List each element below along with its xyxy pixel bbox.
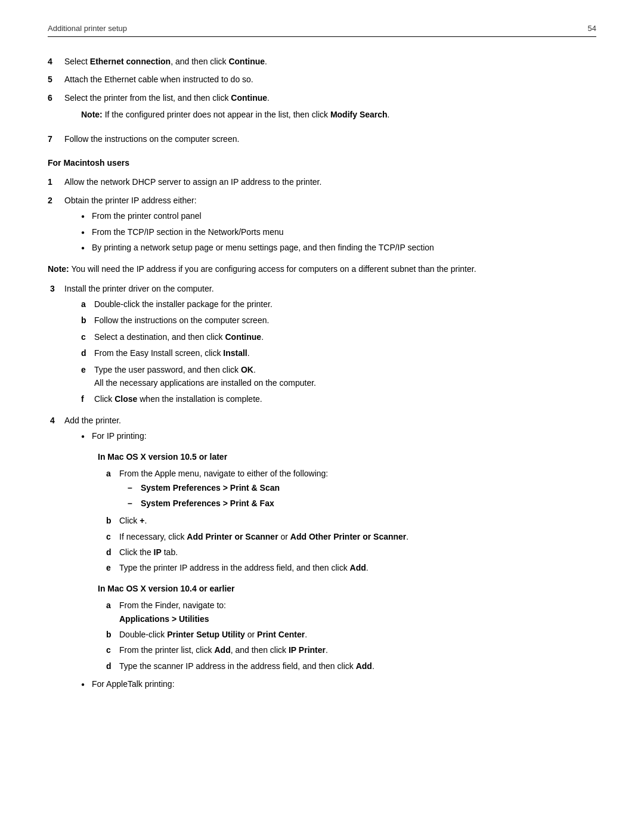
bullet-icon: ● [81,228,92,237]
mac-step-content-4: Add the printer. [64,416,121,425]
mac-step-number-4: 4 [48,414,64,427]
bullet-text: By printing a network setup page or menu… [92,241,596,254]
bullet-icon: ● [81,212,92,221]
alpha-content-a3: From the Finder, navigate to: Applicatio… [119,599,596,625]
note-full: Note: You will need the IP address if yo… [48,262,596,275]
step-number-4: 4 [48,55,64,68]
alpha-a: a Double-click the installer package for… [81,298,596,311]
alpha-label-c: c [81,330,94,343]
note-step-6: Note: If the configured printer does not… [81,108,596,121]
step-number-7: 7 [48,132,64,145]
alpha-label-b2: b [106,514,119,527]
dash-icon-1: – [128,481,141,494]
mac-105-alpha: a From the Apple menu, navigate to eithe… [106,467,596,575]
bullet-text-appletalk: For AppleTalk printing: [92,677,596,690]
bullet-item: ● By printing a network setup page or me… [81,241,596,254]
mac-step-number-2: 2 [48,194,64,207]
alpha-e: e Type the user password, and then click… [81,363,596,390]
alpha-content-c2: If necessary, click Add Printer or Scann… [119,530,596,543]
alpha-label-c3: c [106,643,119,657]
mac-step-content-3: Install the printer driver on the comput… [64,284,214,293]
alpha-content-a: Double-click the installer package for t… [94,298,596,311]
page-header: Additional printer setup 54 [48,24,596,37]
bullet-icon-appletalk: ● [81,680,92,689]
step-content-4: Select Ethernet connection, and then cli… [64,55,596,68]
dash-content-2: System Preferences > Print & Fax [141,497,274,510]
alpha-content-e: Type the user password, and then click O… [94,363,596,390]
alpha-content-f: Click Close when the installation is com… [94,392,596,405]
mac-104-alpha-b: b Double-click Printer Setup Utility or … [106,628,596,641]
bullet-text: From the TCP/IP section in the Network/P… [92,225,596,239]
mac-104-alpha: a From the Finder, navigate to: Applicat… [106,599,596,673]
alpha-label-c2: c [106,530,119,543]
alpha-content-a2: From the Apple menu, navigate to either … [119,467,596,512]
step-4: 4 Select Ethernet connection, and then c… [48,55,596,68]
dash-items: – System Preferences > Print & Scan – Sy… [128,481,596,510]
mac-step-number-1: 1 [48,175,64,188]
bullet-text: From the printer control panel [92,209,596,222]
alpha-d: d From the Easy Install screen, click In… [81,346,596,360]
mac-step-number-3: 3 [48,282,64,295]
mac-step-2: 2 Obtain the printer IP address either: … [48,194,596,257]
mac-105-alpha-e: e Type the printer IP address in the add… [106,561,596,574]
step-content-5: Attach the Ethernet cable when instructe… [64,73,596,86]
mac-105-alpha-c: c If necessary, click Add Printer or Sca… [106,530,596,543]
alpha-b: b Follow the instructions on the compute… [81,314,596,327]
mac-step-2-bullets: ● From the printer control panel ● From … [81,209,596,254]
alpha-c: c Select a destination, and then click C… [81,330,596,343]
mac-os-105-heading: In Mac OS X version 10.5 or later [98,450,596,463]
alpha-content-c3: From the printer list, click Add, and th… [119,643,596,657]
mac-step-4: 4 Add the printer. ● For IP printing: [48,414,596,693]
alpha-label-d: d [81,346,94,360]
page-content: 4 Select Ethernet connection, and then c… [48,55,596,693]
step-4-bullets: ● For IP printing: In Mac OS X version 1… [81,429,596,690]
dash-content-1: System Preferences > Print & Scan [141,481,280,494]
step-content-6: Select the printer from the list, and th… [64,93,270,103]
macintosh-heading: For Macintosh users [48,156,596,169]
mac-os-104-heading: In Mac OS X version 10.4 or earlier [98,582,596,595]
dash-item-2: – System Preferences > Print & Fax [128,497,596,510]
mac-105-alpha-b: b Click +. [106,514,596,527]
mac-step-content-1: Allow the network DHCP server to assign … [64,175,596,188]
alpha-label-e2: e [106,561,119,574]
step-5: 5 Attach the Ethernet cable when instruc… [48,73,596,86]
bullet-icon: ● [81,243,92,253]
alpha-label-a2: a [106,467,119,480]
alpha-label-b: b [81,314,94,327]
macintosh-steps-2: 3 Install the printer driver on the comp… [48,282,596,693]
step-number-6: 6 [48,91,64,104]
alpha-label-a: a [81,298,94,311]
alpha-label-d2: d [106,546,119,559]
mac-step-content-2: Obtain the printer IP address either: [64,196,197,205]
dash-item-1: – System Preferences > Print & Scan [128,481,596,494]
step-6: 6 Select the printer from the list, and … [48,91,596,128]
header-title: Additional printer setup [48,24,127,33]
alpha-content-b2: Click +. [119,514,596,527]
alpha-content-d2: Click the IP tab. [119,546,596,559]
step-3-alpha: a Double-click the installer package for… [81,298,596,406]
mac-104-alpha-c: c From the printer list, click Add, and … [106,643,596,657]
page: Additional printer setup 54 4 Select Eth… [0,0,644,833]
bullet-item: ● From the TCP/IP section in the Network… [81,225,596,239]
bullet-ip-printing: ● For IP printing: In Mac OS X version 1… [81,429,596,673]
macintosh-steps: 1 Allow the network DHCP server to assig… [48,175,596,256]
alpha-f: f Click Close when the installation is c… [81,392,596,405]
alpha-label-d3: d [106,659,119,673]
alpha-content-d3: Type the scanner IP address in the addre… [119,659,596,673]
bullet-appletalk: ● For AppleTalk printing: [81,677,596,690]
bullet-item: ● From the printer control panel [81,209,596,222]
alpha-content-b: Follow the instructions on the computer … [94,314,596,327]
alpha-content-d: From the Easy Install screen, click Inst… [94,346,596,360]
mac-104-alpha-d: d Type the scanner IP address in the add… [106,659,596,673]
bullet-icon: ● [81,432,92,441]
step-content-7: Follow the instructions on the computer … [64,132,596,145]
header-page-number: 54 [588,24,596,33]
mac-step-3: 3 Install the printer driver on the comp… [48,282,596,409]
steps-top: 4 Select Ethernet connection, and then c… [48,55,596,145]
alpha-content-c: Select a destination, and then click Con… [94,330,596,343]
mac-104-alpha-a: a From the Finder, navigate to: Applicat… [106,599,596,625]
mac-105-alpha-d: d Click the IP tab. [106,546,596,559]
mac-105-alpha-a: a From the Apple menu, navigate to eithe… [106,467,596,512]
step-7: 7 Follow the instructions on the compute… [48,132,596,145]
mac-step-1: 1 Allow the network DHCP server to assig… [48,175,596,188]
